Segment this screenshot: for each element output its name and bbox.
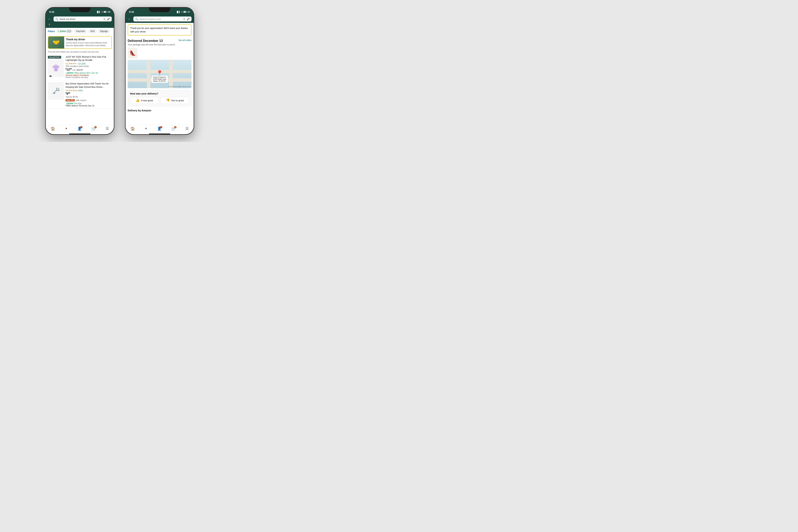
listing-area: Price and other details may vary based o…: [46, 50, 114, 125]
search-input-left[interactable]: thank my driver: [60, 18, 102, 20]
search-bar-left[interactable]: 🔍 thank my driver ⊙ 🎤: [54, 17, 112, 21]
nav-cart-right[interactable]: 🛒 0: [171, 127, 176, 131]
product-title-2[interactable]: Bus Driver Appreciation Gift Thank You f…: [65, 82, 112, 89]
product-title-1[interactable]: JUST MY SIZE Women's Plus Size Full, Lig…: [65, 55, 112, 62]
package-thumbnail: 👠: [128, 48, 137, 58]
product-image-wrap-2: 🗝️: [48, 82, 64, 107]
rating-buttons: 👍 It was great 👎 Not so great: [130, 97, 189, 104]
it-was-great-button[interactable]: 👍 It was great: [130, 97, 159, 104]
time-left: 8:42: [49, 11, 54, 13]
signal-icon-left: ▐▌▌: [96, 11, 100, 13]
great-label: It was great: [141, 99, 153, 102]
prime-badge-1: ✓prime FREE delivery Mon, Dec 18: [65, 72, 112, 74]
nav-sparkle-right[interactable]: ✦: [145, 127, 147, 131]
search-actions-right: ⊙ 🎤: [183, 18, 190, 20]
product-item-2[interactable]: 🗝️ Bus Driver Appreciation Gift Thank Yo…: [46, 80, 114, 109]
status-icons-right: ▐▌▌ ∿ 27: [176, 11, 190, 13]
stars-1: 4.1 ★★★★☆ (17,224): [65, 62, 112, 65]
chip-shirt[interactable]: Shirt: [88, 29, 97, 33]
home-icon-right: 🏠: [131, 127, 135, 131]
delivery-header: Delivered December 13 See all orders: [128, 39, 191, 43]
thank-driver-card[interactable]: 🤝 Thank my driver Let the driver of your…: [48, 36, 112, 49]
thank-driver-content: Thank my driver Let the driver of your m…: [64, 37, 111, 49]
search-icon-left: 🔍: [55, 18, 58, 20]
search-actions-left: ⊙ 🎤: [103, 18, 110, 20]
nav-cart-left[interactable]: 🛒 0: [92, 127, 96, 131]
camera-search-icon-1[interactable]: 📷: [49, 74, 53, 78]
thank-driver-description: Let the driver of your most recent deliv…: [66, 41, 110, 47]
thank-driver-emoji: 🤝: [53, 39, 60, 46]
location-pin-left[interactable]: 📍: [48, 24, 51, 26]
nav-home-right[interactable]: 🏠: [131, 127, 135, 131]
nav-sparkle-left[interactable]: ✦: [65, 127, 68, 131]
sparkle-icon-left: ✦: [65, 127, 68, 131]
see-all-orders-link[interactable]: See all orders: [178, 39, 191, 41]
sub-header-left: 📍: [46, 23, 114, 28]
bought-label-1: 100+ bought in past month: [65, 65, 112, 67]
notch-right: [149, 7, 170, 12]
status-icons-left: ▐▌▌ ∿ 28: [96, 11, 110, 13]
price-main-1: $1200: [65, 68, 72, 71]
back-button-right[interactable]: ←: [128, 17, 131, 21]
menu-icon-right: ☰: [186, 127, 189, 131]
nav-profile-left[interactable]: 👤 •: [77, 127, 82, 131]
confirmation-banner: Thank you for your appreciation! We'll s…: [128, 24, 191, 36]
not-so-great-button[interactable]: 👎 Not so great: [160, 97, 189, 104]
list-label-1: List:: [72, 69, 76, 71]
bottom-nav-left: 🏠 ✦ 👤 • 🛒 0 ☰: [46, 125, 114, 133]
product-image-wrap-1: Overall Pick ℹ 👚 📷: [48, 55, 64, 79]
stars-2: 4.8 ★★★★★ (151): [65, 89, 112, 92]
search-bar-right[interactable]: 🔍 Search Amazon.com ⊙ 🎤: [133, 17, 191, 21]
home-icon-left: 🏠: [51, 127, 55, 131]
signal-icon-right: ▐▌▌: [176, 11, 180, 13]
product-info-1: JUST MY SIZE Women's Plus Size Full, Lig…: [65, 55, 112, 79]
list-price-1: $26.00: [77, 69, 83, 71]
price-notice: Price and other details may vary based o…: [46, 50, 114, 54]
nav-menu-right[interactable]: ☰: [186, 127, 189, 131]
profile-badge-left: •: [80, 126, 82, 128]
nav-menu-left[interactable]: ☰: [106, 127, 109, 131]
nav-profile-right[interactable]: 👤 •: [157, 127, 162, 131]
cart-badge-right: 0: [174, 126, 176, 128]
mic-icon-left[interactable]: 🎤: [107, 18, 110, 20]
prime-toggle[interactable]: ✓ prime: [56, 30, 73, 33]
thank-driver-title: Thank my driver: [66, 38, 110, 41]
prime-badge-2: ✓prime One-Day: [65, 102, 112, 104]
delivery-rating-card: How was your delivery? 👍 It was great 👎 …: [128, 90, 191, 106]
thumbs-down-icon: 👎: [166, 98, 170, 102]
chip-signage[interactable]: Signage: [98, 29, 110, 33]
cart-badge-left: 0: [94, 126, 97, 128]
filters-button[interactable]: Filters: [48, 30, 55, 33]
price-row-1: $1200 List: $26.00: [65, 68, 112, 71]
battery-right: [183, 11, 187, 13]
nav-home-left[interactable]: 🏠: [51, 127, 55, 131]
map-road-v1: [147, 60, 150, 88]
wifi-icon-left: ∿: [101, 11, 103, 13]
menu-icon-left: ☰: [106, 127, 109, 131]
product-info-2: Bus Driver Appreciation Gift Thank You f…: [65, 82, 112, 107]
map-copyright: © 1987–2023 HERE | Terms of use: [168, 86, 190, 88]
search-input-right[interactable]: Search Amazon.com: [139, 18, 182, 20]
prime-toggle-switch[interactable]: [66, 30, 72, 33]
chip-keychain[interactable]: Keychain: [74, 29, 87, 33]
bottom-nav-right: 🏠 ✦ 👤 • 🛒 0 ☰: [126, 125, 194, 133]
delivery-sub-text: Your package was left near the front doo…: [128, 43, 191, 46]
stars-visual-2: ★★★★★: [69, 89, 78, 92]
camera-icon-right[interactable]: ⊙: [183, 18, 185, 20]
product-item-1[interactable]: Overall Pick ℹ 👚 📷 JUST MY SIZE Women's …: [46, 54, 114, 80]
thumbs-up-icon: 👍: [136, 98, 139, 102]
back-button-left[interactable]: ←: [48, 17, 51, 21]
review-count-2[interactable]: (151): [78, 89, 83, 92]
camera-icon-left[interactable]: ⊙: [103, 18, 106, 20]
map-address-label: Krazy Couponer 1234 Deals Lane Boise, ID…: [151, 76, 168, 83]
battery-num-right: 27: [188, 11, 190, 13]
search-icon-right: 🔍: [135, 18, 138, 20]
mic-icon-right[interactable]: 🎤: [187, 18, 190, 20]
prime-label: prime: [60, 30, 66, 33]
rating-title: How was your delivery?: [130, 92, 189, 95]
review-count-1[interactable]: (17,224): [78, 63, 86, 65]
time-right: 8:42: [129, 11, 134, 13]
save-badge-2: Save 8%: [65, 99, 75, 101]
coupon-label-2: with coupon: [76, 99, 87, 101]
notch-left: [69, 7, 91, 12]
